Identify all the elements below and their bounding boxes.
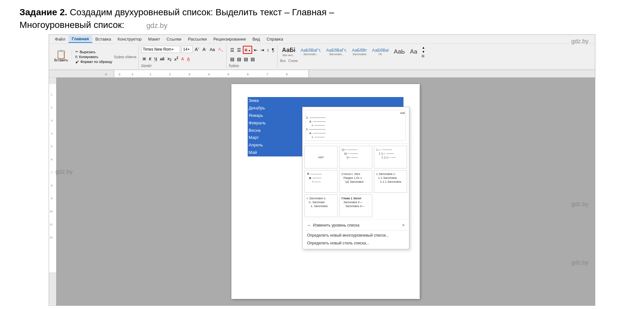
horizontal-ruler: -3 -2 -1 1 2 3 4 5 6 7 8: [49, 70, 595, 78]
font-shrink-button[interactable]: A-: [202, 46, 207, 52]
list-style-decimal[interactable]: 1.— 1.1— 1.1.1—: [374, 146, 407, 168]
strikethrough-button[interactable]: аб: [159, 56, 166, 62]
style-normal[interactable]: АаБі Без инт...: [280, 46, 297, 57]
decrease-indent-button[interactable]: ⇤: [253, 47, 259, 53]
define-new-style-menu-item[interactable]: Определить новый стиль списка...: [305, 239, 406, 247]
menu-mailings[interactable]: Рассылки: [185, 36, 210, 43]
font-name-chevron: ▾: [172, 48, 174, 51]
change-level-arrow: >: [402, 223, 404, 228]
svg-text:6: 6: [247, 73, 249, 76]
svg-text:3: 3: [51, 119, 53, 122]
subscript-button[interactable]: x2: [166, 56, 173, 62]
list-style-roman-heading[interactable]: I. Заголовок 1- А. Заголово 1. Заголовок: [304, 194, 338, 217]
increase-indent-button[interactable]: ⇥: [259, 47, 265, 53]
change-case-button[interactable]: Aa: [209, 47, 216, 52]
paste-button[interactable]: 📋 Вставить: [53, 49, 69, 64]
list-style-numbered[interactable]: 1)— а)— i)—: [339, 146, 372, 168]
menu-refs[interactable]: Ссылки: [163, 36, 185, 43]
justify-button[interactable]: ▤: [250, 56, 256, 62]
svg-text:7: 7: [266, 73, 268, 76]
svg-text:10: 10: [50, 210, 53, 213]
define-new-style-label: Определить новый стиль списка...: [307, 241, 369, 245]
numbered-list-button[interactable]: ☰: [236, 47, 242, 53]
align-left-button[interactable]: ▤: [229, 56, 235, 62]
menu-view[interactable]: Вид: [249, 36, 264, 43]
font-format-row: Ж К Ч аб x2 x2 A A: [141, 56, 191, 62]
list-style-none[interactable]: нет: [304, 146, 338, 168]
watermark-left: gdz.by: [56, 168, 73, 175]
ruler-content: -3 -2 -1 1 2 3 4 5 6 7 8: [49, 70, 595, 77]
change-level-menu-item[interactable]: ↔ Изменить уровень списка >: [305, 221, 406, 229]
cut-label: Вырезать: [80, 50, 95, 54]
show-formatting-button[interactable]: ¶: [271, 47, 275, 53]
align-right-button[interactable]: ▤: [243, 56, 249, 62]
menu-help[interactable]: Справка: [263, 36, 286, 43]
svg-text:-1: -1: [131, 73, 133, 76]
font-size-value: 14: [183, 47, 187, 52]
style-heading6[interactable]: Аа: [408, 48, 419, 56]
list-style-heading-num[interactable]: 1 Заголовок 1- 1.1 Заголовок 1.1.1 Загол…: [374, 170, 407, 193]
list-style-bullets[interactable]: ❖ ▶ •: [304, 170, 338, 193]
menu-insert[interactable]: Вставка: [92, 36, 114, 43]
doc-item-0: Зима: [248, 97, 403, 105]
preview-line-6: [314, 137, 325, 137]
scissors-icon: ✂: [75, 50, 78, 54]
instruction-text1: Создадим двухуровневый список: Выделить …: [67, 7, 334, 17]
menu-layout[interactable]: Макет: [145, 36, 163, 43]
preview-letter-a: a.: [309, 120, 312, 123]
italic-button[interactable]: К: [148, 56, 153, 62]
divider1: [305, 230, 406, 230]
toolbar: 📋 Вставить ✂ Вырезать ⎘ Копировать: [49, 44, 595, 69]
svg-text:8: 8: [51, 184, 53, 187]
menu-bar: Файл Главная Вставка Конструктор Макет С…: [49, 35, 595, 44]
multilevel-list-button[interactable]: ≡ ▾: [243, 46, 253, 54]
superscript-button[interactable]: x2: [173, 56, 180, 62]
menu-review[interactable]: Рецензирование: [210, 36, 249, 43]
align-center-button[interactable]: ▤: [236, 56, 242, 62]
format-painter-button[interactable]: 🖌 Формат по образцу: [75, 59, 113, 64]
styles-scroll-down[interactable]: ▼: [422, 50, 425, 54]
bold-button[interactable]: Ж: [141, 56, 147, 62]
cut-button[interactable]: ✂ Вырезать: [75, 49, 113, 54]
list-style-article[interactable]: Статья I. Заго Раздел 1.01 з (а) Заголов…: [339, 170, 372, 193]
dropdown-preview-col1: ков 1. a. i. 1.: [305, 110, 406, 141]
paste-icon: 📋: [56, 50, 66, 58]
preview-line-5: [313, 133, 326, 133]
copy-button[interactable]: ⎘ Копировать: [75, 55, 113, 59]
menu-file[interactable]: Файл: [52, 36, 68, 43]
instruction-area: Задание 2. Создадим двухуровневый список…: [0, 0, 644, 34]
svg-text:1: 1: [150, 73, 151, 76]
style-heading4[interactable]: АаБбВаl Пс: [370, 47, 390, 56]
menu-home[interactable]: Главная: [68, 35, 92, 43]
style-heading3[interactable]: АаБбВт Заголовок: [350, 47, 369, 56]
svg-text:4: 4: [51, 132, 53, 135]
svg-text:1: 1: [51, 93, 53, 96]
list-style-chapter[interactable]: Глава 1 Загол Заголовок 2— Заголовок 3—: [339, 194, 372, 217]
style-heading2[interactable]: АаБбВаГт, Заголово...: [324, 47, 349, 56]
svg-text:5: 5: [51, 145, 53, 148]
copy-label: Копировать: [79, 55, 98, 59]
font-grow-button[interactable]: A+: [194, 46, 200, 52]
sort-button[interactable]: ↕: [266, 47, 270, 53]
styles-expand[interactable]: ⊟: [422, 54, 425, 58]
font-size-input[interactable]: 14 ▾: [181, 46, 192, 53]
font-name-value: Times New Rom: [143, 47, 171, 52]
style-heading1[interactable]: АаБбВаГт, Заголово...: [299, 47, 323, 56]
font-name-input[interactable]: Times New Rom ▾: [141, 46, 180, 53]
preview-line-3: [314, 125, 325, 126]
menu-constructor[interactable]: Конструктор: [114, 36, 145, 43]
font-group: Times New Rom ▾ 14 ▾ A+ A- Aa A✕ Ж К Ч: [139, 45, 227, 68]
preview-letter-a2: a.: [309, 131, 312, 135]
separator: [72, 49, 72, 59]
font-color-button[interactable]: A: [186, 56, 191, 62]
underline-button[interactable]: Ч: [153, 56, 158, 62]
svg-text:12: 12: [50, 236, 53, 239]
define-new-list-menu-item[interactable]: Определить новый многоуровневый список..…: [305, 231, 406, 239]
style-heading5[interactable]: АаЬ: [392, 48, 407, 56]
dropdown-preview-area: ков 1. a. i. 1.: [303, 107, 409, 144]
text-highlight-button[interactable]: A: [180, 56, 185, 62]
clear-format-button[interactable]: A✕: [217, 46, 224, 53]
bullets-button[interactable]: ☰: [229, 47, 235, 53]
preview-line-1: [309, 117, 326, 118]
styles-scroll-up[interactable]: ▲: [422, 46, 425, 49]
